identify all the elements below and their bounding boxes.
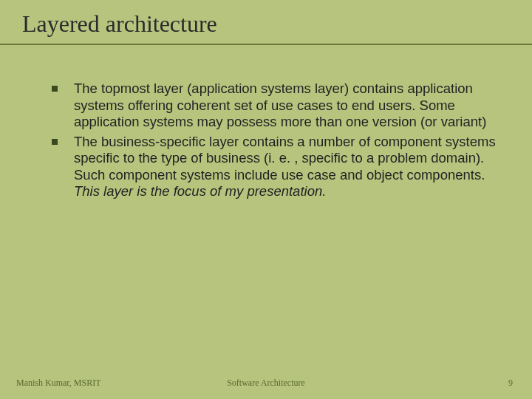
bullet-text: The business-specific layer contains a n… bbox=[74, 134, 502, 200]
bullet-text-italic: This layer is the focus of my presentati… bbox=[74, 183, 326, 199]
bullet-item: The business-specific layer contains a n… bbox=[52, 134, 502, 200]
square-bullet-icon bbox=[52, 86, 58, 92]
slide-title: Layered architecture bbox=[22, 10, 510, 38]
page-number: 9 bbox=[508, 378, 513, 389]
content-area: The topmost layer (application systems l… bbox=[0, 45, 532, 200]
bullet-text-content: The business-specific layer contains a n… bbox=[74, 134, 496, 183]
footer: Manish Kumar, MSRIT Software Architectur… bbox=[0, 378, 532, 389]
bullet-text: The topmost layer (application systems l… bbox=[74, 81, 502, 131]
bullet-item: The topmost layer (application systems l… bbox=[52, 81, 502, 131]
bullet-text-content: The topmost layer (application systems l… bbox=[74, 81, 486, 129]
title-area: Layered architecture bbox=[0, 0, 532, 45]
square-bullet-icon bbox=[52, 139, 58, 145]
footer-author: Manish Kumar, MSRIT bbox=[16, 378, 101, 389]
